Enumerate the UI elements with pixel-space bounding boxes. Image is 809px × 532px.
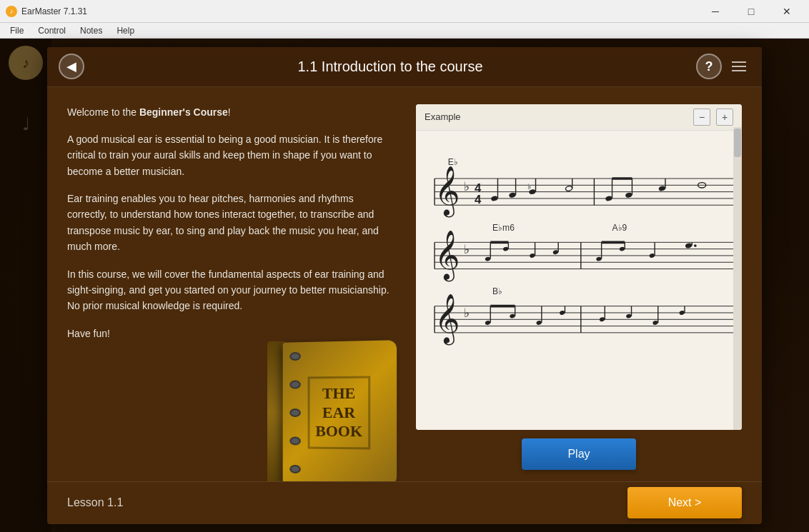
svg-point-53 — [619, 246, 625, 251]
app-background: ♪ ♩ ◀ 1.1 Introduction to the course ? — [0, 39, 809, 532]
title-bar: ♪ EarMaster 7.1.31 ─ □ ✕ — [0, 0, 809, 23]
paragraph1: A good musical ear is essential to being… — [67, 131, 396, 179]
lesson-label: Lesson 1.1 — [67, 496, 123, 509]
book-rings — [289, 342, 301, 481]
svg-point-86 — [652, 320, 659, 325]
back-button[interactable]: ◀ — [59, 54, 84, 79]
svg-text:♭: ♭ — [464, 243, 470, 256]
paragraph2: Ear training enables you to hear pitches… — [67, 191, 396, 255]
zoom-in-button[interactable]: + — [716, 109, 733, 126]
book-title: THE EAR BOOK — [308, 376, 371, 448]
sheet-music-svg: E♭ 𝄞 ♭ 4 — [416, 131, 742, 430]
svg-text:A♭9: A♭9 — [612, 222, 627, 232]
modal-footer: Lesson 1.1 Next > — [47, 481, 762, 524]
svg-point-13 — [509, 191, 517, 198]
svg-point-43 — [502, 246, 509, 251]
svg-point-26 — [658, 185, 666, 191]
paragraph3: In this course, we will cover the fundam… — [67, 266, 396, 314]
svg-point-84 — [625, 313, 632, 318]
modal-text-area: Welcome to the Beginner's Course! A good… — [67, 104, 396, 470]
minimize-button[interactable]: ─ — [699, 0, 732, 23]
modal-right-panel: Example − + E♭ — [416, 104, 742, 470]
sheet-music-panel: Example − + E♭ — [416, 104, 742, 430]
example-label: Example — [425, 111, 461, 122]
svg-point-78 — [559, 310, 565, 315]
svg-text:𝄞: 𝄞 — [435, 230, 460, 281]
menu-notes[interactable]: Notes — [73, 24, 109, 37]
svg-point-46 — [530, 253, 536, 258]
menu-help[interactable]: Help — [109, 24, 142, 37]
svg-text:♭: ♭ — [464, 179, 470, 193]
sheet-zoom-controls: − + — [693, 109, 733, 126]
app-title: EarMaster 7.1.31 — [21, 6, 699, 16]
zoom-out-button[interactable]: − — [693, 109, 710, 126]
close-button[interactable]: ✕ — [770, 0, 803, 23]
sheet-scrollbar[interactable] — [733, 127, 742, 430]
svg-point-51 — [596, 256, 602, 261]
menu-file[interactable]: File — [3, 24, 31, 37]
svg-point-41 — [485, 256, 491, 261]
menu-control[interactable]: Control — [31, 24, 73, 37]
svg-text:E♭: E♭ — [448, 157, 458, 167]
svg-point-72 — [485, 320, 491, 325]
play-button[interactable]: Play — [522, 438, 636, 470]
modal-dialog: ◀ 1.1 Introduction to the course ? Welco… — [47, 47, 762, 524]
svg-point-18 — [565, 185, 573, 191]
modal-title: 1.1 Introduction to the course — [84, 59, 696, 75]
modal-overlay: ◀ 1.1 Introduction to the course ? Welco… — [0, 39, 809, 532]
svg-text:♭: ♭ — [527, 181, 531, 190]
svg-point-76 — [536, 320, 542, 325]
svg-point-58 — [685, 242, 693, 249]
book-cover: THE EAR BOOK — [283, 340, 397, 481]
svg-point-60 — [694, 244, 697, 247]
menu-bar: File Control Notes Help — [0, 23, 809, 39]
book-illustration: THE EAR BOOK — [267, 327, 410, 481]
svg-point-88 — [679, 310, 685, 315]
svg-text:♭: ♭ — [464, 306, 470, 319]
app-icon: ♪ — [6, 6, 17, 17]
help-button[interactable]: ? — [696, 54, 722, 79]
svg-point-21 — [605, 195, 613, 201]
svg-text:B♭: B♭ — [492, 286, 502, 296]
book-spine — [267, 341, 284, 481]
svg-point-11 — [490, 195, 498, 201]
modal-body: Welcome to the Beginner's Course! A good… — [47, 87, 762, 481]
modal-header: ◀ 1.1 Introduction to the course ? — [47, 47, 762, 87]
svg-text:E♭m6: E♭m6 — [492, 222, 515, 232]
svg-point-23 — [625, 191, 632, 198]
scroll-thumb — [734, 129, 741, 157]
beginner-course-bold: Beginner's Course — [139, 106, 228, 118]
svg-point-48 — [552, 249, 559, 254]
welcome-paragraph: Welcome to the Beginner's Course! — [67, 104, 396, 120]
svg-point-56 — [649, 253, 655, 258]
svg-text:𝄞: 𝄞 — [435, 166, 460, 218]
svg-point-74 — [510, 313, 516, 318]
sheet-header: Example − + — [416, 104, 742, 131]
svg-point-82 — [599, 316, 605, 321]
title-bar-controls: ─ □ ✕ — [699, 0, 803, 23]
svg-text:𝄞: 𝄞 — [435, 293, 460, 345]
svg-text:4: 4 — [475, 193, 482, 206]
next-button[interactable]: Next > — [627, 487, 742, 518]
menu-icon[interactable] — [728, 55, 750, 78]
maximize-button[interactable]: □ — [735, 0, 768, 23]
